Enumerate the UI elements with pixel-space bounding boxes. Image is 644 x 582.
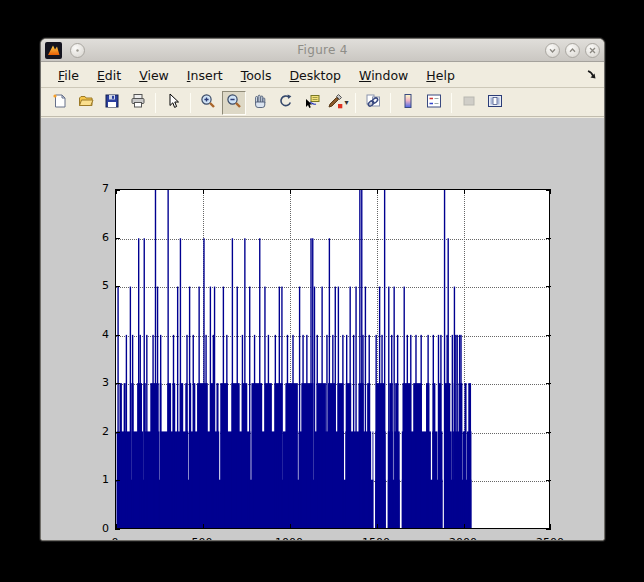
brush-icon — [327, 93, 343, 113]
tick-mark — [290, 524, 291, 529]
tick-mark — [203, 524, 204, 529]
tick-mark — [115, 238, 120, 239]
show-plot-tools-dock-button[interactable] — [483, 91, 507, 115]
y-tick-label: 1 — [89, 473, 109, 486]
tick-mark — [115, 480, 120, 481]
folder-icon — [78, 93, 94, 113]
y-tick-label: 7 — [89, 182, 109, 195]
x-tick-label: 1500 — [354, 536, 398, 541]
menu-tools[interactable]: Tools — [232, 65, 281, 86]
x-tick-label: 500 — [180, 536, 224, 541]
edit-plot-button[interactable] — [161, 91, 185, 115]
figure-toolbar: ▾ — [41, 89, 604, 117]
tick-mark — [377, 524, 378, 529]
figure-canvas: 0500100015002000250001234567 — [41, 118, 604, 540]
toolbar-separator — [390, 93, 391, 113]
dropdown-chevron-icon[interactable]: ▾ — [344, 98, 348, 107]
y-tick-label: 3 — [89, 376, 109, 389]
cursor-icon — [165, 93, 181, 113]
tick-mark — [464, 524, 465, 529]
new-figure-button[interactable] — [48, 91, 72, 115]
desktop-background: { "window": { "title": "Figure 4", "cont… — [0, 0, 644, 582]
titlebar[interactable]: Figure 4 — [41, 39, 604, 62]
menu-edit[interactable]: Edit — [88, 65, 130, 86]
hand-icon — [252, 93, 268, 113]
window-title: Figure 4 — [41, 43, 604, 57]
menu-bar-items: FileEditViewInsertToolsDesktopWindowHelp — [49, 65, 464, 86]
tick-mark — [546, 238, 551, 239]
tick-mark — [546, 335, 551, 336]
x-tick-label: 1000 — [267, 536, 311, 541]
data-cursor-icon — [304, 93, 320, 113]
tick-mark — [115, 432, 120, 433]
zoom-out-icon — [226, 93, 242, 113]
y-tick-label: 2 — [89, 425, 109, 438]
print-figure-button[interactable] — [126, 91, 150, 115]
link-icon — [365, 93, 381, 113]
menu-window[interactable]: Window — [350, 65, 417, 86]
legend-icon — [426, 93, 442, 113]
tick-mark — [546, 286, 551, 287]
menu-bar: FileEditViewInsertToolsDesktopWindowHelp — [41, 63, 604, 88]
insert-colorbar-button[interactable] — [396, 91, 420, 115]
new-document-icon — [52, 93, 68, 113]
tick-mark — [546, 190, 551, 191]
floppy-icon — [104, 93, 120, 113]
hide-plot-tools-button — [457, 91, 481, 115]
tick-mark — [115, 383, 120, 384]
tick-mark — [115, 335, 120, 336]
maximize-button[interactable] — [565, 43, 580, 58]
hide-tools-icon — [461, 93, 477, 113]
figure-window: Figure 4 FileEditViewInsertToolsDesktopW… — [40, 38, 605, 541]
y-tick-label: 4 — [89, 328, 109, 341]
axes-area[interactable] — [115, 189, 550, 529]
brush-data-button[interactable]: ▾ — [326, 91, 350, 115]
dock-tools-icon — [487, 93, 503, 113]
pan-button[interactable] — [248, 91, 272, 115]
rotate-icon — [278, 93, 294, 113]
menu-help[interactable]: Help — [417, 65, 464, 86]
colorbar-icon — [400, 93, 416, 113]
tick-mark — [115, 529, 120, 530]
tick-mark — [546, 432, 551, 433]
toolbar-separator — [355, 93, 356, 113]
zoom-out-button[interactable] — [222, 91, 246, 115]
open-file-button[interactable] — [74, 91, 98, 115]
window-menu-button[interactable] — [70, 43, 85, 58]
data-cursor-button[interactable] — [300, 91, 324, 115]
x-tick-label: 2000 — [441, 536, 485, 541]
printer-icon — [130, 93, 146, 113]
tick-mark — [546, 480, 551, 481]
tick-mark — [203, 189, 204, 194]
menu-desktop[interactable]: Desktop — [280, 65, 350, 86]
y-tick-label: 6 — [89, 231, 109, 244]
menu-insert[interactable]: Insert — [178, 65, 232, 86]
tick-mark — [115, 190, 120, 191]
toolbar-separator — [190, 93, 191, 113]
y-tick-label: 0 — [89, 522, 109, 535]
zoom-in-icon — [200, 93, 216, 113]
rotate-3d-button[interactable] — [274, 91, 298, 115]
y-tick-label: 5 — [89, 279, 109, 292]
dock-figure-arrow-icon[interactable] — [586, 68, 597, 83]
menu-view[interactable]: View — [130, 65, 178, 86]
close-button[interactable] — [585, 43, 600, 58]
toolbar-separator — [451, 93, 452, 113]
shade-button[interactable] — [545, 43, 560, 58]
zoom-in-button[interactable] — [196, 91, 220, 115]
tick-mark — [546, 383, 551, 384]
x-tick-label: 2500 — [528, 536, 572, 541]
tick-mark — [546, 529, 551, 530]
insert-legend-button[interactable] — [422, 91, 446, 115]
menu-file[interactable]: File — [49, 65, 88, 86]
x-tick-label: 0 — [93, 536, 137, 541]
save-figure-button[interactable] — [100, 91, 124, 115]
toolbar-separator — [155, 93, 156, 113]
link-plot-button[interactable] — [361, 91, 385, 115]
bar-series — [116, 190, 549, 528]
tick-mark — [115, 286, 120, 287]
matlab-logo-icon — [45, 42, 62, 59]
tick-mark — [464, 189, 465, 194]
tick-mark — [290, 189, 291, 194]
tick-mark — [377, 189, 378, 194]
